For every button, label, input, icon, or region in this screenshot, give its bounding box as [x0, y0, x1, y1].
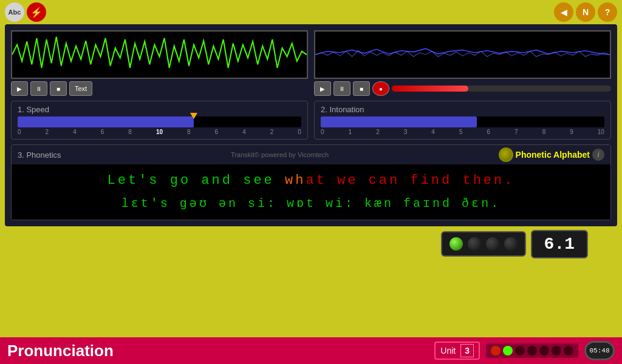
left-controls-row: ▶ ⏸ ■ Text: [11, 81, 308, 96]
dot-dark-1: [468, 237, 481, 251]
left-waveform-section: ▶ ⏸ ■ Text: [11, 30, 308, 96]
status-dot-dark-3: [539, 346, 549, 356]
status-dots: [486, 343, 578, 358]
speed-marker: [190, 113, 197, 119]
back-button[interactable]: ◀: [554, 2, 573, 22]
left-play-button[interactable]: ▶: [11, 81, 28, 96]
status-dot-dark-2: [527, 346, 537, 356]
dot-dark-2: [486, 237, 499, 251]
phonetic-alphabet-text: Phonetic Alphabet: [516, 150, 590, 160]
speed-fill: [18, 116, 194, 127]
phonetics-title: 3. Phonetics: [18, 150, 61, 160]
left-pause-button[interactable]: ⏸: [30, 81, 47, 96]
unit-label: Unit: [440, 346, 456, 356]
playback-progress[interactable]: [392, 86, 611, 92]
status-bar: Pronunciation Unit 3 05:48: [0, 337, 622, 364]
left-waveform-svg: [12, 32, 307, 78]
right-controls-row: ▶ ⏸ ■ ●: [314, 81, 611, 96]
transkit-label: Transkit© powered by Vicomtech: [231, 151, 329, 158]
intonation-label: 2. Intonation: [321, 105, 604, 114]
right-record-button[interactable]: ●: [372, 81, 389, 96]
top-bar-left: Abc ⚡: [5, 2, 46, 22]
right-play-button[interactable]: ▶: [314, 81, 331, 96]
intonation-fill: [321, 116, 477, 127]
status-dot-green: [503, 346, 513, 356]
left-text-button[interactable]: Text: [69, 81, 92, 96]
status-dot-dark-4: [552, 346, 561, 356]
right-waveform-panel: [314, 30, 611, 79]
status-dot-dark-1: [515, 346, 525, 356]
status-title: Pronunciation: [7, 342, 428, 360]
content-area: ▶ ⏸ ■ Text ▶ ⏸ ■: [5, 24, 617, 226]
phonetics-display: Let's go and see what we can find then. …: [12, 164, 610, 220]
progress-fill: [392, 86, 468, 92]
right-pause-button[interactable]: ⏸: [333, 81, 350, 96]
speed-track[interactable]: [18, 116, 301, 127]
n-button[interactable]: N: [576, 2, 595, 22]
timer-display[interactable]: 05:48: [584, 341, 615, 360]
status-dot-red: [491, 346, 501, 356]
waveforms-row: ▶ ⏸ ■ Text ▶ ⏸ ■: [11, 30, 611, 96]
phonetic-alphabet-button[interactable]: Phonetic Alphabet i: [499, 147, 604, 162]
phonetics-section: 3. Phonetics Transkit© powered by Vicomt…: [11, 144, 611, 220]
intonation-panel: 2. Intonation 0 1 2 3 4 5 6 7 8 9 10: [314, 101, 611, 140]
info-icon[interactable]: i: [592, 149, 604, 161]
score-display: 6.1: [531, 230, 588, 258]
lightning-button[interactable]: ⚡: [27, 2, 46, 22]
left-waveform-panel: [11, 30, 308, 79]
speed-numbers: 0 2 4 6 8 10 8 6 4 2 0: [18, 129, 301, 135]
right-waveform-section: ▶ ⏸ ■ ●: [314, 30, 611, 96]
status-dot-dark-5: [564, 346, 573, 356]
abc-button[interactable]: Abc: [5, 2, 24, 22]
dot-green-1: [449, 237, 463, 251]
phonetics-header: 3. Phonetics Transkit© powered by Vicomt…: [12, 145, 610, 164]
intonation-numbers: 0 1 2 3 4 5 6 7 8 9 10: [321, 129, 604, 135]
speed-panel: 1. Speed 0 2 4 6 8 10 8 6 4 2 0: [11, 101, 308, 140]
right-waveform-svg: [315, 32, 610, 78]
indicator-panel: [441, 231, 526, 257]
globe-icon: [499, 147, 513, 162]
left-stop-button[interactable]: ■: [50, 81, 67, 96]
bottom-score-row: 6.1: [5, 230, 617, 258]
dot-dark-3: [504, 237, 518, 251]
help-button[interactable]: ?: [598, 2, 617, 22]
right-stop-button[interactable]: ■: [353, 81, 370, 96]
phonetics-ipa-line: lɛt's gəʊ ən si: wɒt wi: kæn faɪnd ðɛn.: [24, 195, 598, 212]
speed-label: 1. Speed: [18, 105, 301, 114]
unit-number: 3: [460, 344, 474, 357]
top-bar: Abc ⚡ ◀ N ?: [0, 0, 622, 24]
intonation-track[interactable]: [321, 116, 604, 127]
phonetics-english-line: Let's go and see what we can find then.: [24, 172, 598, 190]
sliders-row: 1. Speed 0 2 4 6 8 10 8 6 4 2 0: [11, 101, 611, 140]
unit-badge: Unit 3: [434, 342, 480, 360]
top-bar-right: ◀ N ?: [554, 2, 617, 22]
